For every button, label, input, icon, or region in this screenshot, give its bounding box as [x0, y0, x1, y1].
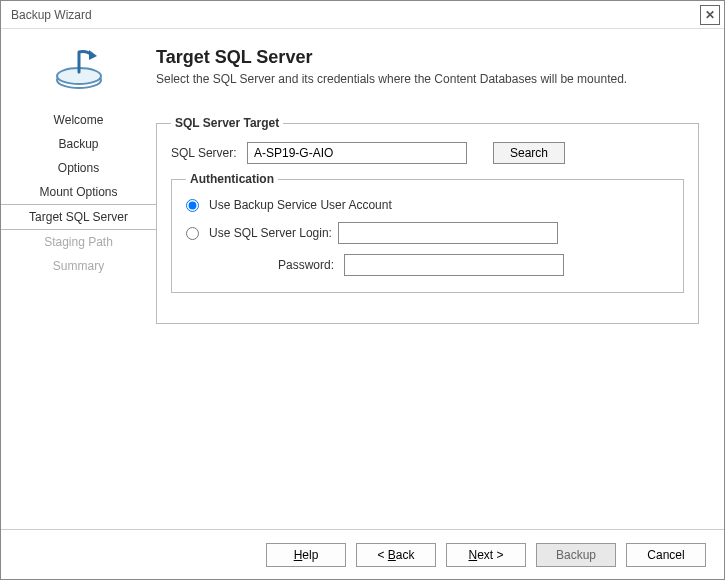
backup-button[interactable]: Backup	[536, 543, 616, 567]
radio-service-account-label: Use Backup Service User Account	[209, 198, 392, 212]
sidebar: Welcome Backup Options Mount Options Tar…	[1, 29, 156, 529]
radio-service-account[interactable]	[186, 199, 199, 212]
back-button[interactable]: < Back	[356, 543, 436, 567]
cancel-button[interactable]: Cancel	[626, 543, 706, 567]
sql-login-input[interactable]	[338, 222, 558, 244]
radio-sql-login-label: Use SQL Server Login:	[209, 226, 332, 240]
sql-target-legend: SQL Server Target	[171, 116, 283, 130]
authentication-group: Authentication Use Backup Service User A…	[171, 172, 684, 293]
sql-server-input[interactable]	[247, 142, 467, 164]
page-title: Target SQL Server	[156, 47, 699, 68]
close-button[interactable]: ✕	[700, 5, 720, 25]
step-mount-options[interactable]: Mount Options	[1, 180, 156, 204]
search-button[interactable]: Search	[493, 142, 565, 164]
wizard-icon	[1, 44, 156, 93]
help-button[interactable]: Help	[266, 543, 346, 567]
wizard-steps: Welcome Backup Options Mount Options Tar…	[1, 108, 156, 278]
svg-marker-2	[89, 50, 97, 60]
sql-server-label: SQL Server:	[171, 146, 241, 160]
backup-wizard-window: Backup Wizard ✕ Welcome Backup Options M…	[0, 0, 725, 580]
step-backup[interactable]: Backup	[1, 132, 156, 156]
page-description: Select the SQL Server and its credential…	[156, 72, 699, 86]
window-title: Backup Wizard	[11, 8, 92, 22]
sql-server-target-group: SQL Server Target SQL Server: Search Aut…	[156, 116, 699, 324]
step-summary: Summary	[1, 254, 156, 278]
next-button[interactable]: Next >	[446, 543, 526, 567]
footer: Help < Back Next > Backup Cancel	[1, 529, 724, 579]
step-welcome[interactable]: Welcome	[1, 108, 156, 132]
radio-sql-login[interactable]	[186, 227, 199, 240]
close-icon: ✕	[705, 8, 715, 22]
step-target-sql-server[interactable]: Target SQL Server	[1, 204, 156, 230]
titlebar: Backup Wizard ✕	[1, 1, 724, 29]
step-staging-path: Staging Path	[1, 230, 156, 254]
wizard-body: Welcome Backup Options Mount Options Tar…	[1, 29, 724, 529]
password-label: Password:	[272, 258, 334, 272]
password-input[interactable]	[344, 254, 564, 276]
step-options[interactable]: Options	[1, 156, 156, 180]
main-panel: Target SQL Server Select the SQL Server …	[156, 29, 724, 529]
auth-legend: Authentication	[186, 172, 278, 186]
